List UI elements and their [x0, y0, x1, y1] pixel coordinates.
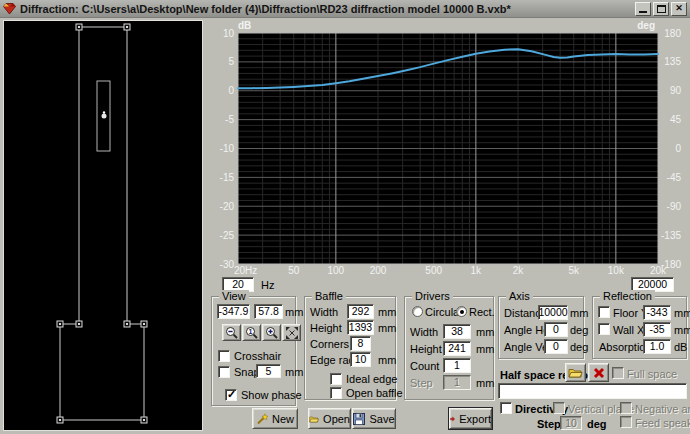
drivers-group: Drivers Circular Rect. Width 38 mm Heigh…: [404, 296, 494, 400]
feed-speaker-label: Feed speaker: [635, 417, 690, 429]
distance-unit: mm: [570, 307, 588, 319]
svg-text:-5: -5: [225, 114, 234, 125]
wall-checkbox[interactable]: [598, 323, 610, 335]
window-title: Diffraction: C:\Users\a\Desktop\New fold…: [20, 3, 631, 15]
new-button[interactable]: New: [252, 408, 298, 429]
vertical-plane-checkbox: [553, 402, 565, 414]
floor-unit: mm: [674, 307, 690, 319]
floor-checkbox[interactable]: [598, 306, 610, 318]
driver-count-field[interactable]: 1: [443, 358, 471, 373]
svg-text:1k: 1k: [471, 265, 483, 276]
ideal-edge-label: Ideal edge: [346, 373, 397, 385]
svg-text:10k: 10k: [608, 265, 625, 276]
crosshair-checkbox[interactable]: [218, 350, 230, 362]
floor-field[interactable]: -343: [643, 305, 671, 320]
clear-response-button[interactable]: [588, 363, 609, 382]
distance-field[interactable]: 10000: [538, 305, 568, 320]
absorption-unit: dB: [674, 341, 687, 353]
svg-text:-30: -30: [220, 259, 235, 270]
baffle-corners-label: Corners: [310, 338, 349, 350]
view-y-field: 57.8: [254, 304, 283, 319]
svg-text:20Hz: 20Hz: [234, 265, 257, 276]
zoom-fit-button[interactable]: [282, 324, 301, 341]
rect-radio[interactable]: [456, 306, 467, 317]
freq-low-unit: Hz: [261, 279, 274, 291]
svg-text:10: 10: [223, 28, 235, 39]
svg-text:1: 1: [248, 328, 252, 335]
driver-count-label: Count: [410, 360, 439, 372]
full-space-label: Full space: [627, 368, 677, 380]
zoom-reset-button[interactable]: 1: [242, 324, 261, 341]
absorption-field[interactable]: 1.0: [643, 339, 671, 354]
export-button[interactable]: Export: [449, 408, 492, 429]
svg-text:180: 180: [664, 28, 681, 39]
app-window: Diffraction: C:\Users\a\Desktop\New fold…: [0, 0, 690, 434]
minimize-button[interactable]: [635, 2, 651, 16]
reflection-group: Reflection Floor Y -343 mm Wall X -35 mm…: [592, 296, 687, 359]
load-response-button[interactable]: [565, 363, 586, 382]
baffle-edge-rad-field[interactable]: 10: [350, 352, 371, 367]
angle-hor-unit: deg: [570, 324, 588, 336]
half-space-file-field[interactable]: [498, 383, 687, 399]
new-button-label: New: [272, 413, 294, 425]
svg-text:20k: 20k: [650, 265, 667, 276]
svg-text:135: 135: [664, 56, 681, 67]
wall-label: Wall X: [613, 324, 644, 336]
view-x-field: -347.9: [217, 304, 250, 319]
directivity-step-field: 10: [560, 416, 582, 430]
feed-speaker-checkbox: [620, 416, 632, 428]
drivers-group-legend: Drivers: [412, 290, 453, 302]
circular-radio[interactable]: [412, 306, 423, 317]
svg-text:0: 0: [675, 143, 681, 154]
open-button[interactable]: Open: [308, 408, 351, 429]
angle-hor-field[interactable]: 0: [544, 322, 568, 337]
floppy-disk-icon: [353, 413, 365, 425]
baffle-height-field[interactable]: 1393: [347, 320, 374, 335]
baffle-corners-field[interactable]: 8: [350, 336, 371, 351]
svg-text:200: 200: [370, 265, 387, 276]
save-button[interactable]: Save: [352, 408, 396, 429]
snap-field[interactable]: 5: [256, 364, 281, 378]
axis-group-legend: Axis: [506, 290, 533, 302]
driver-step-field: 1: [443, 375, 471, 390]
svg-text:50: 50: [288, 265, 300, 276]
svg-text:-20: -20: [220, 201, 235, 212]
maximize-button[interactable]: [653, 2, 669, 16]
svg-text:-45: -45: [667, 172, 682, 183]
directivity-step-unit: deg: [587, 418, 607, 430]
open-button-label: Open: [323, 413, 350, 425]
baffle-width-unit: mm: [378, 306, 396, 318]
ideal-edge-checkbox[interactable]: [330, 373, 342, 385]
zoom-in-button[interactable]: [262, 324, 281, 341]
driver-width-label: Width: [410, 326, 438, 338]
driver-height-field[interactable]: 241: [443, 341, 471, 356]
crosshair-label: Crosshair: [234, 350, 281, 362]
open-baffle-checkbox[interactable]: [330, 387, 342, 399]
wall-field[interactable]: -35: [643, 322, 671, 337]
driver-width-field[interactable]: 38: [443, 324, 471, 339]
baffle-width-field[interactable]: 292: [347, 304, 374, 319]
baffle-height-unit: mm: [378, 322, 396, 334]
response-chart: 1050-5-10-15-20-25-3018013590450-45-90-1…: [205, 18, 690, 278]
view-unit-label: mm: [285, 306, 303, 318]
svg-text:45: 45: [670, 114, 682, 125]
driver-step-unit: mm: [476, 377, 494, 389]
app-icon: [3, 2, 16, 15]
baffle-canvas[interactable]: [3, 20, 203, 431]
angle-ver-field[interactable]: 0: [544, 339, 568, 354]
svg-text:dB: dB: [238, 20, 251, 31]
export-arrow-icon: [450, 413, 455, 425]
directivity-checkbox[interactable]: [500, 402, 512, 414]
snap-checkbox[interactable]: [218, 366, 230, 378]
svg-text:-10: -10: [220, 143, 235, 154]
svg-text:90: 90: [670, 85, 682, 96]
close-button[interactable]: ✕: [671, 2, 687, 16]
snap-unit-label: mm: [285, 366, 303, 378]
show-phase-checkbox[interactable]: [225, 389, 237, 401]
baffle-group: Baffle Width 292 mm Height 1393 mm Corne…: [304, 296, 396, 400]
svg-text:100: 100: [328, 265, 345, 276]
zoom-out-button[interactable]: [222, 324, 241, 341]
svg-text:500: 500: [425, 265, 442, 276]
open-folder-icon: [309, 413, 319, 425]
driver-height-unit: mm: [476, 343, 494, 355]
